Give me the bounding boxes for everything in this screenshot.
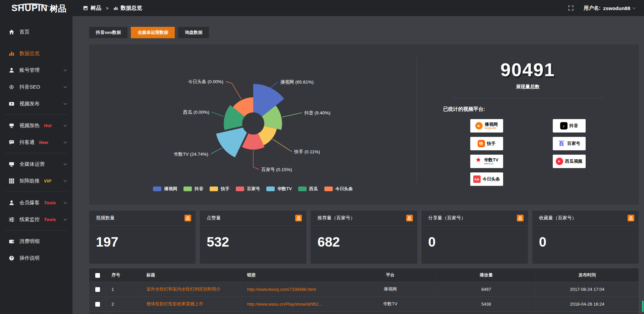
legend-label: 今日头条 xyxy=(335,186,353,192)
shupin-icon xyxy=(83,6,88,10)
sidebar-item-全媒体运营[interactable]: 全媒体运营 xyxy=(0,156,72,172)
video-url-link[interactable]: http://www.boosj.com/7338468.html xyxy=(247,287,343,292)
sidebar-item-label: 全媒体运营 xyxy=(19,161,45,167)
cell-platform: 播视网 xyxy=(344,282,437,297)
legend-item-抖音[interactable]: 抖音 xyxy=(183,186,203,192)
column-header-序号: 序号 xyxy=(106,268,141,282)
legend-label: 百家号 xyxy=(247,186,260,192)
sidebar-item-账号管理[interactable]: 账号管理 xyxy=(0,62,72,78)
wallet-icon xyxy=(9,239,14,244)
platform-sub: boosj.com xyxy=(485,127,498,129)
cell-plays: 5438 xyxy=(437,297,536,311)
scrollbar-thumb[interactable] xyxy=(642,301,644,312)
tab-询盘数据[interactable]: 询盘数据 xyxy=(178,27,209,38)
platforms-grid: ▶播视网boosj.com快快手*华数TVwasu.cn头条今日头条 ♪抖音百百… xyxy=(417,119,639,186)
chevron-down-icon xyxy=(64,68,67,71)
pie-label-快手: 快手 (0.11%) xyxy=(294,149,320,154)
sidebar-item-线索监控[interactable]: 线索监控Tools xyxy=(0,211,72,228)
sidebar-item-badge: New xyxy=(39,140,48,145)
gear-icon xyxy=(9,84,14,90)
sidebar-item-badge: Tools xyxy=(44,217,56,222)
stat-card-label: 推荐量（百家号） xyxy=(317,215,355,221)
sidebar-divider xyxy=(5,114,68,115)
video-url-link[interactable]: http://www.wasu.cn/Play/show/id/952... xyxy=(247,302,343,307)
sliders-icon xyxy=(9,217,14,222)
sidebar-item-数据总览[interactable]: 数据总览 xyxy=(0,45,72,62)
video-icon xyxy=(9,101,14,107)
video-title-link[interactable]: 室外水纹灯和室内水纹灯的区别和简介 xyxy=(147,286,241,292)
pie-callout-line-西瓜 xyxy=(212,112,224,116)
table-row: 1室外水纹灯和室内水纹灯的区别和简介http://www.boosj.com/7… xyxy=(89,282,639,297)
user-icon xyxy=(9,67,14,73)
home-icon xyxy=(9,29,14,35)
legend-item-百家号[interactable]: 百家号 xyxy=(236,186,260,192)
total-badge: 总 xyxy=(184,215,191,221)
legend-item-快手[interactable]: 快手 xyxy=(210,186,229,192)
legend-item-今日头条[interactable]: 今日头条 xyxy=(324,186,353,192)
stat-card-value: 532 xyxy=(200,226,306,250)
sidebar-item-会员爆客[interactable]: 会员爆客Tools xyxy=(0,194,72,211)
user-menu[interactable]: 用户名: zswodun88 xyxy=(584,5,635,11)
sidebar-item-badge: Hot xyxy=(44,123,52,128)
pie-label-百家号: 百家号 (0.15%) xyxy=(261,167,292,172)
sidebar-item-抖客通[interactable]: 抖客通New xyxy=(0,134,72,151)
legend-swatch xyxy=(210,187,218,191)
breadcrumb-current: 数据总览 xyxy=(121,5,142,12)
sidebar-item-首页[interactable]: 首页 xyxy=(0,23,72,40)
platforms-column-right: ♪抖音百百家号▶西瓜视频 xyxy=(553,119,586,186)
platform-badge-百家号: 百百家号 xyxy=(553,137,586,150)
sidebar-item-操作说明[interactable]: ?操作说明 xyxy=(0,250,72,266)
sidebar-nav: 首页数据总览账号管理抖音SEO视频发布视频加热Hot抖客通New全媒体运营矩阵助… xyxy=(0,16,72,314)
sidebar-item-视频加热[interactable]: 视频加热Hot xyxy=(0,117,72,134)
cell-index: 2 xyxy=(106,297,141,311)
legend-item-华数TV[interactable]: 华数TV xyxy=(266,186,292,192)
fullscreen-icon[interactable] xyxy=(568,5,574,11)
tab-全媒体运营数据[interactable]: 全媒体运营数据 xyxy=(131,27,175,38)
stat-card-value: 0 xyxy=(422,226,528,250)
kuaishou-logo-icon: 快 xyxy=(478,140,485,147)
platform-badge-快手: 快快手 xyxy=(470,137,503,150)
user-name: zswodun88 xyxy=(603,5,630,11)
chevron-down-icon xyxy=(64,140,67,144)
pie-callout-line-今日头条 xyxy=(226,82,241,99)
platform-sub: wasu.cn xyxy=(484,162,498,165)
sidebar-item-badge: Tools xyxy=(44,200,56,205)
pie-label-播视网: 播视网 (65.61%) xyxy=(280,80,314,85)
legend-item-播视网[interactable]: 播视网 xyxy=(153,186,177,192)
column-header-平台: 平台 xyxy=(344,268,437,282)
platform-name: 播视网 xyxy=(485,122,498,127)
sidebar-item-消费明细[interactable]: 消费明细 xyxy=(0,233,72,250)
header-right: 用户名: zswodun88 xyxy=(568,5,644,11)
platform-badge-华数TV: *华数TVwasu.cn xyxy=(470,155,503,168)
row-checkbox[interactable] xyxy=(95,302,100,307)
sidebar-item-矩阵助推[interactable]: 矩阵助推VIP xyxy=(0,172,72,189)
total-impressions-label: 展现量总数 xyxy=(417,84,639,90)
breadcrumb-root[interactable]: 树品 xyxy=(91,5,101,12)
total-badge: 总 xyxy=(406,215,413,221)
tab-抖音seo数据[interactable]: 抖音seo数据 xyxy=(89,27,127,38)
sidebar-item-抖音SEO[interactable]: 抖音SEO xyxy=(0,78,72,95)
stat-card-value: 682 xyxy=(311,226,417,250)
stat-card-收藏量（百家号）: 收藏量（百家号）总0 xyxy=(532,211,639,264)
video-title-link[interactable]: 楼体投影灯投影效果震撼上市 xyxy=(147,301,241,307)
row-checkbox[interactable] xyxy=(95,287,100,292)
stat-card-点赞量: 点赞量总532 xyxy=(200,211,306,264)
logo-text-cn: 树品 xyxy=(50,4,66,13)
sidebar-item-视频发布[interactable]: 视频发布 xyxy=(0,95,72,112)
stat-card-label: 分享量（百家号） xyxy=(428,215,466,221)
platforms-column-left: ▶播视网boosj.com快快手*华数TVwasu.cn头条今日头条 xyxy=(470,119,503,186)
app-logo: SHUPIN 树品 xyxy=(0,4,72,13)
legend-item-西瓜[interactable]: 西瓜 xyxy=(298,186,318,192)
logo-arc-decoration xyxy=(13,3,50,12)
platform-name: 抖音 xyxy=(570,123,578,128)
cell-index: 1 xyxy=(106,282,141,297)
summary-divider xyxy=(451,98,604,98)
select-all-checkbox[interactable] xyxy=(95,273,100,278)
column-header-发布时间: 发布时间 xyxy=(536,268,639,282)
grid-icon xyxy=(9,178,14,184)
stat-card-header: 收藏量（百家号）总 xyxy=(532,211,639,226)
platform-name: 今日头条 xyxy=(483,177,500,182)
pie-label-华数TV: 华数TV (24.74%) xyxy=(174,152,208,157)
summary-panel: 90491 展现量总数 已统计的视频平台: ▶播视网boosj.com快快手*华… xyxy=(417,44,639,205)
main-content: 抖音seo数据全媒体运营数据询盘数据 播视网 (65.61%)抖音 (9.40%… xyxy=(72,16,644,314)
